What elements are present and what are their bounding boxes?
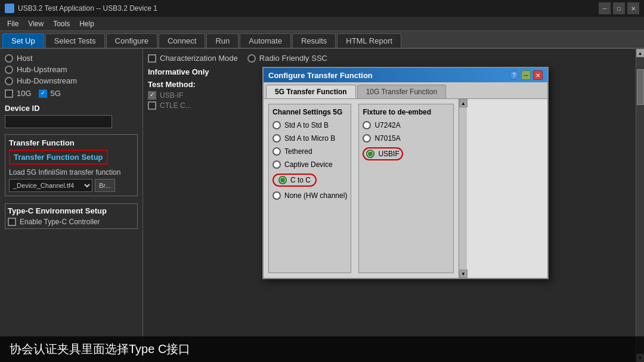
- channel-label-1: Std A to Micro B: [284, 134, 335, 143]
- channel-option-4[interactable]: C to C: [273, 174, 347, 187]
- radio-host[interactable]: Host: [5, 54, 138, 63]
- type-c-section: Type-C Environment Setup Enable Type-C C…: [5, 203, 138, 229]
- modal-scroll-down[interactable]: ▼: [459, 270, 467, 278]
- configure-transfer-function-modal: Configure Transfer Function ? ─ ✕ 5G Tra…: [262, 67, 549, 279]
- fixture-radio-0: [363, 121, 371, 129]
- menu-tools[interactable]: Tools: [48, 18, 75, 29]
- main-content: Characterization Mode Radio Friendly SSC…: [143, 49, 636, 362]
- title-bar: USB3.2 Test Application -- USB3.2 Device…: [0, 0, 644, 17]
- transfer-function-section: Transfer Function Transfer Function Setu…: [5, 134, 138, 196]
- modal-tab-5g[interactable]: 5G Transfer Function: [266, 85, 356, 98]
- radio-hub-downstream-circle: [5, 77, 13, 85]
- modal-title-bar: Configure Transfer Function ? ─ ✕: [264, 68, 547, 82]
- menu-bar: File View Tools Help: [0, 17, 644, 31]
- modal-title-controls: ? ─ ✕: [509, 70, 543, 80]
- channel-label-2: Tethered: [284, 147, 312, 156]
- modal-body: Channel Settings 5G Std A to Std B Std A…: [264, 99, 459, 278]
- transfer-function-title: Transfer Function: [9, 138, 134, 147]
- modal-minimize-button[interactable]: ─: [521, 70, 531, 80]
- scroll-thumb[interactable]: [637, 69, 644, 105]
- main-area: Host Hub-Upstream Hub-Downstream 10G 5G: [0, 49, 644, 362]
- modal-tab-10g[interactable]: 10G Transfer Function: [357, 85, 446, 98]
- menu-file[interactable]: File: [2, 18, 23, 29]
- fixture-option-2[interactable]: USBIF: [363, 147, 450, 160]
- minimize-button[interactable]: ─: [599, 2, 611, 14]
- load-5g-label: Load 5G InfiniiSim transfer function: [9, 168, 134, 177]
- radio-hub-downstream[interactable]: Hub-Downstream: [5, 76, 138, 85]
- radio-hub-upstream-label: Hub-Upstream: [17, 65, 67, 74]
- fixture-title: Fixture to de-embed: [363, 108, 450, 116]
- modal-body-wrapper: Channel Settings 5G Std A to Std B Std A…: [264, 99, 547, 278]
- channel-radio-0: [273, 121, 281, 129]
- checkbox-10g-box: [5, 89, 13, 98]
- right-scrollbar[interactable]: ▲ ▼: [636, 49, 644, 362]
- device-id-input[interactable]: [5, 115, 112, 128]
- fixture-label-0: U7242A: [374, 121, 400, 129]
- tab-automate[interactable]: Automate: [240, 33, 291, 48]
- radio-hub-downstream-label: Hub-Downstream: [17, 76, 77, 85]
- channel-label-4: C to C: [290, 176, 311, 184]
- channel-label-3: Captive Device: [284, 160, 333, 169]
- channel-label-5: None (HW channel): [284, 191, 347, 200]
- menu-help[interactable]: Help: [75, 18, 99, 29]
- type-c-title: Type-C Environment Setup: [8, 206, 135, 215]
- channel-radio-1: [273, 134, 281, 143]
- channel-option-1[interactable]: Std A to Micro B: [273, 134, 347, 143]
- modal-title: Configure Transfer Function: [268, 71, 373, 80]
- enable-type-c-label: Enable Type-C Controller: [20, 218, 100, 226]
- device-id-label: Device ID: [5, 104, 138, 113]
- enable-type-c-checkbox: [8, 218, 16, 226]
- modal-scrollbar[interactable]: ▲ ▼: [459, 99, 467, 278]
- browse-button[interactable]: Br...: [95, 179, 115, 192]
- tab-results[interactable]: Results: [292, 33, 336, 48]
- device-type-group: Host Hub-Upstream Hub-Downstream: [5, 54, 138, 85]
- fixture-option-1[interactable]: N7015A: [363, 134, 450, 143]
- radio-hub-upstream-circle: [5, 66, 13, 74]
- fixture-radio-2: [366, 150, 374, 158]
- tab-run[interactable]: Run: [206, 33, 239, 48]
- menu-view[interactable]: View: [23, 18, 48, 29]
- checkbox-5g[interactable]: 5G: [39, 89, 61, 98]
- channel-radio-4: [278, 176, 287, 184]
- fixture-option-0[interactable]: U7242A: [363, 121, 450, 129]
- tab-select-tests[interactable]: Select Tests: [45, 33, 105, 48]
- fixture-label-2: USBIF: [378, 150, 399, 158]
- tab-connect[interactable]: Connect: [159, 33, 205, 48]
- checkbox-5g-box: [39, 89, 47, 98]
- maximize-button[interactable]: □: [613, 2, 625, 14]
- modal-help-button[interactable]: ?: [509, 70, 519, 80]
- channel-option-2[interactable]: Tethered: [273, 147, 347, 156]
- enable-type-c-row[interactable]: Enable Type-C Controller: [8, 218, 135, 226]
- close-button[interactable]: ✕: [627, 2, 639, 14]
- checkbox-10g[interactable]: 10G: [5, 89, 32, 98]
- fixture-radio-1: [363, 134, 371, 143]
- tab-html-report[interactable]: HTML Report: [337, 33, 401, 48]
- channel-settings-panel: Channel Settings 5G Std A to Std B Std A…: [268, 104, 351, 273]
- radio-host-label: Host: [17, 54, 33, 63]
- window-title: USB3.2 Test Application -- USB3.2 Device…: [18, 4, 157, 13]
- left-sidebar: Host Hub-Upstream Hub-Downstream 10G 5G: [0, 49, 143, 362]
- scroll-up-arrow[interactable]: ▲: [636, 49, 645, 57]
- modal-scroll-up[interactable]: ▲: [459, 99, 467, 107]
- channel-label-0: Std A to Std B: [284, 121, 329, 129]
- channel-option-5[interactable]: None (HW channel): [273, 191, 347, 200]
- checkbox-10g-label: 10G: [17, 89, 32, 98]
- transfer-function-setup-button[interactable]: Transfer Function Setup: [9, 150, 108, 165]
- file-select-dropdown[interactable]: _Device_Channel.tf4: [9, 179, 92, 192]
- radio-hub-upstream[interactable]: Hub-Upstream: [5, 65, 138, 74]
- channel-option-0[interactable]: Std A to Std B: [273, 121, 347, 129]
- tab-setup[interactable]: Set Up: [2, 33, 44, 48]
- modal-close-button[interactable]: ✕: [533, 70, 543, 80]
- ctoc-highlight-box: C to C: [273, 174, 317, 187]
- tab-configure[interactable]: Configure: [106, 33, 157, 48]
- fixture-label-1: N7015A: [374, 134, 400, 143]
- channel-radio-5: [273, 191, 281, 200]
- app-icon: [5, 4, 14, 13]
- channel-settings-title: Channel Settings 5G: [273, 108, 347, 116]
- fixture-panel: Fixture to de-embed U7242A N7015A: [358, 104, 454, 273]
- modal-tab-bar: 5G Transfer Function 10G Transfer Functi…: [264, 82, 547, 99]
- usbif-highlight-box: USBIF: [363, 147, 402, 160]
- window-controls: ─ □ ✕: [599, 2, 639, 14]
- channel-radio-2: [273, 147, 281, 156]
- channel-option-3[interactable]: Captive Device: [273, 160, 347, 169]
